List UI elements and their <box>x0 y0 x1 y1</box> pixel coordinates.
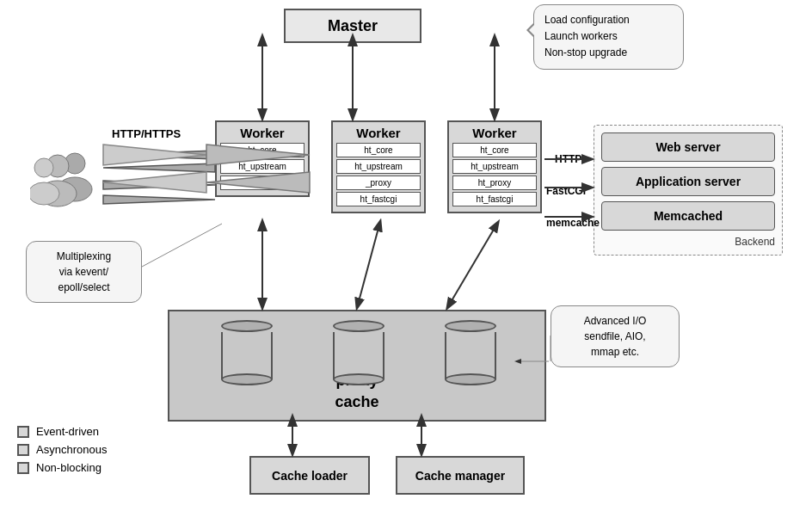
worker3-box: Worker ht_core ht_upstream ht_proxy ht_f… <box>447 120 542 213</box>
multiplex-line3: epoll/select <box>35 280 132 295</box>
backend-memcached: Memcached <box>601 201 775 231</box>
backend-container: Web server Application server Memcached … <box>594 125 783 256</box>
master-label: Master <box>328 17 378 35</box>
svg-marker-11 <box>103 151 215 159</box>
svg-marker-15 <box>103 145 206 165</box>
svg-line-27 <box>142 224 222 267</box>
worker2-module-proxy: _proxy <box>336 176 421 190</box>
worker2-module-fastcgi: ht_fastcgi <box>336 192 421 206</box>
master-callout-line1: Load configuration <box>544 12 673 28</box>
legend-box-nonblocking <box>17 462 29 474</box>
backend-label: Backend <box>601 236 775 248</box>
multiplexing-callout: Multiplexing via kevent/ epoll/select <box>26 241 142 303</box>
db-cylinder2-body <box>333 332 384 379</box>
backend-appserver: Application server <box>601 167 775 196</box>
db-cylinder2-top <box>333 320 384 332</box>
worker1-module-upstream: ht_upstream <box>220 159 304 174</box>
advancedio-callout: Advanced I/O sendfile, AIO, mmap etc. <box>551 305 680 367</box>
worker1-title: Worker <box>220 126 304 140</box>
advancedio-line2: sendfile, AIO, <box>560 329 670 344</box>
legend-item-event: Event-driven <box>17 425 107 438</box>
advancedio-line1: Advanced I/O <box>560 313 670 329</box>
master-callout-line3: Non-stop upgrade <box>544 45 673 61</box>
worker1-box: Worker ht_core ht_upstream ht_fastcgi <box>215 120 310 197</box>
legend-label-event: Event-driven <box>36 425 99 438</box>
worker2-module-upstream: ht_upstream <box>336 159 421 174</box>
db-cylinder3-body <box>445 332 496 379</box>
db-cylinder3-top <box>445 320 496 332</box>
memcache-label: memcache <box>546 217 600 229</box>
svg-marker-13 <box>103 181 215 189</box>
proxy-cache-area: proxycache <box>168 310 546 422</box>
db-cylinder2-bottom <box>333 373 384 385</box>
svg-line-20 <box>357 228 378 308</box>
db-cylinder1-top <box>221 320 273 332</box>
advancedio-line3: mmap etc. <box>560 344 670 360</box>
users-icon <box>30 142 99 211</box>
multiplex-line1: Multiplexing <box>35 249 132 264</box>
svg-marker-17 <box>103 172 206 193</box>
worker2-module-core: ht_core <box>336 143 421 157</box>
legend-box-event <box>17 426 29 438</box>
db-cylinder1-body <box>221 332 273 379</box>
worker3-module-upstream: ht_upstream <box>452 159 537 174</box>
svg-line-21 <box>447 228 495 308</box>
db-cylinder3-bottom <box>445 373 496 385</box>
worker3-module-core: ht_core <box>452 143 537 157</box>
fastcgi-label: FastCGI <box>546 185 586 197</box>
cache-manager-label: Cache manager <box>415 469 505 483</box>
worker2-title: Worker <box>336 126 421 140</box>
legend-label-nonblocking: Non-blocking <box>36 461 102 474</box>
worker2-box: Worker ht_core ht_upstream _proxy ht_fas… <box>331 120 426 213</box>
cache-loader-label: Cache loader <box>272 469 348 483</box>
worker1-module-fastcgi: ht_fastcgi <box>220 176 304 190</box>
svg-marker-14 <box>103 195 215 204</box>
cache-loader-box: Cache loader <box>249 456 370 495</box>
cache-manager-box: Cache manager <box>396 456 525 495</box>
worker1-module-core: ht_core <box>220 143 304 157</box>
svg-marker-12 <box>103 163 215 172</box>
http-label: HTTP <box>555 153 581 165</box>
legend: Event-driven Asynchronous Non-blocking <box>17 425 107 479</box>
legend-item-nonblocking: Non-blocking <box>17 461 107 474</box>
master-callout: Load configuration Launch workers Non-st… <box>533 4 684 70</box>
legend-label-async: Asynchronous <box>36 443 107 456</box>
worker3-module-proxy: ht_proxy <box>452 176 537 190</box>
diagram-container: Master Load configuration Launch workers… <box>0 0 812 505</box>
multiplex-line2: via kevent/ <box>35 264 132 280</box>
db-cylinder1-bottom <box>221 373 273 385</box>
legend-item-async: Asynchronous <box>17 443 107 456</box>
svg-point-4 <box>34 158 53 177</box>
legend-box-async <box>17 444 29 456</box>
worker3-module-fastcgi: ht_fastcgi <box>452 192 537 206</box>
master-box: Master <box>284 9 421 43</box>
svg-point-5 <box>30 182 59 205</box>
http-https-label: HTTP/HTTPS <box>112 127 181 140</box>
worker3-title: Worker <box>452 126 537 140</box>
master-callout-line2: Launch workers <box>544 28 673 45</box>
backend-webserver: Web server <box>601 132 775 162</box>
